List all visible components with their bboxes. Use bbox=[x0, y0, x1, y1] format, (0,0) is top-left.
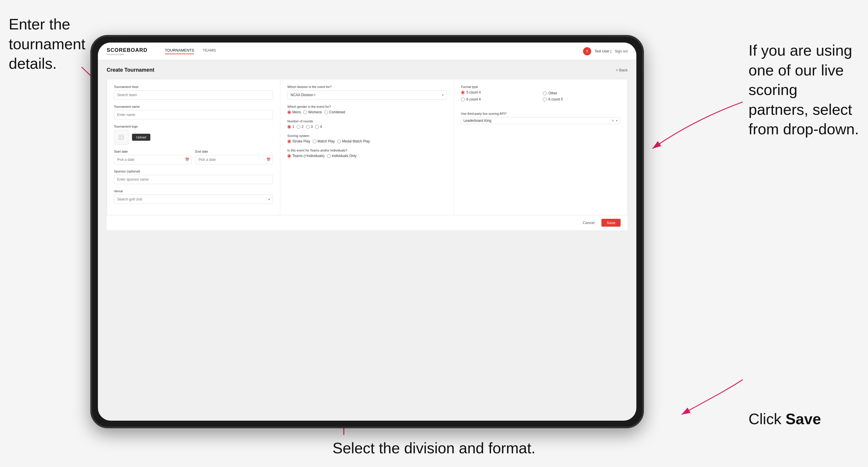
app-container: SCOREBOARD Powered by Clippit TOURNAMENT… bbox=[98, 42, 637, 421]
format-5count4[interactable]: 5 count 4 bbox=[461, 90, 538, 94]
nav-tab-tournaments[interactable]: TOURNAMENTS bbox=[165, 48, 194, 54]
scoring-stroke-radio[interactable] bbox=[287, 139, 291, 143]
annotation-top-right: If you are using one of our live scoring… bbox=[748, 41, 859, 139]
user-avatar: T bbox=[583, 47, 591, 55]
scoring-medal-label: Medal Match Play bbox=[342, 139, 370, 143]
scoring-match[interactable]: Match Play bbox=[313, 139, 335, 143]
teams-label: Is this event for Teams and/or Individua… bbox=[287, 149, 446, 152]
scoring-medal-radio[interactable] bbox=[337, 139, 341, 143]
rounds-3-radio[interactable] bbox=[306, 125, 310, 129]
division-select-wrapper: NCAA Division I bbox=[287, 90, 446, 100]
format-other-label: Other bbox=[548, 91, 557, 95]
tournament-logo-label: Tournament logo bbox=[114, 125, 273, 128]
tablet-device: SCOREBOARD Powered by Clippit TOURNAMENT… bbox=[90, 35, 644, 428]
rounds-2[interactable]: 2 bbox=[297, 125, 304, 129]
nav-user: T Test User | Sign out bbox=[583, 47, 628, 55]
start-date-wrapper: 📅 bbox=[114, 155, 192, 164]
start-date-input[interactable] bbox=[114, 155, 192, 164]
date-row: Start date 📅 End date bbox=[114, 150, 273, 164]
tournament-name-label: Tournament name bbox=[114, 105, 273, 108]
scoring-label: Scoring system bbox=[287, 134, 446, 137]
format-6count5-radio[interactable] bbox=[543, 98, 547, 101]
arrow-bottom-right bbox=[667, 368, 754, 421]
gender-mens[interactable]: Mens bbox=[287, 110, 301, 114]
venue-group: Venue bbox=[114, 189, 273, 204]
tournament-host-input[interactable] bbox=[114, 90, 273, 100]
gender-mens-radio[interactable] bbox=[287, 111, 291, 114]
tournament-host-label: Tournament Host bbox=[114, 85, 273, 89]
live-scoring-clear[interactable]: ✕ bbox=[612, 119, 614, 123]
nav-tab-teams[interactable]: TEAMS bbox=[203, 48, 216, 54]
rounds-2-radio[interactable] bbox=[297, 125, 301, 129]
gender-label: Which gender is the event for? bbox=[287, 105, 446, 108]
logo-placeholder bbox=[114, 130, 128, 145]
gender-group: Which gender is the event for? Mens Wome… bbox=[287, 105, 446, 114]
scoring-match-radio[interactable] bbox=[313, 139, 316, 143]
rounds-1-radio[interactable] bbox=[287, 125, 291, 129]
format-6count4-radio[interactable] bbox=[461, 98, 465, 101]
tournament-name-input[interactable] bbox=[114, 110, 273, 119]
annotation-top-left: Enter the tournament details. bbox=[9, 14, 90, 74]
sponsor-label: Sponsor (optional) bbox=[114, 169, 273, 173]
gender-womens[interactable]: Womens bbox=[303, 110, 322, 114]
live-scoring-controls: ✕ ▾ bbox=[612, 119, 618, 123]
venue-input[interactable] bbox=[114, 195, 273, 204]
user-name: Test User | bbox=[595, 49, 611, 53]
rounds-3[interactable]: 3 bbox=[306, 125, 313, 129]
page-title: Create Tournament bbox=[106, 67, 154, 73]
rounds-4[interactable]: 4 bbox=[315, 125, 322, 129]
logo-sub: Powered by Clippit bbox=[106, 53, 148, 55]
sign-out-link[interactable]: Sign out bbox=[615, 49, 628, 53]
sponsor-input[interactable] bbox=[114, 175, 273, 184]
gender-combined[interactable]: Combined bbox=[324, 110, 345, 114]
teams-individuals-radio[interactable] bbox=[327, 154, 331, 158]
nav-tabs: TOURNAMENTS TEAMS bbox=[165, 48, 571, 54]
live-scoring-input[interactable]: Leaderboard King ✕ ▾ bbox=[461, 117, 620, 124]
gender-womens-radio[interactable] bbox=[303, 111, 307, 114]
gender-combined-radio[interactable] bbox=[324, 111, 328, 114]
upload-button[interactable]: Upload bbox=[132, 134, 150, 141]
rounds-label: Number of rounds bbox=[287, 119, 446, 123]
cancel-button[interactable]: Cancel bbox=[579, 219, 598, 227]
teams-individuals-label: Individuals Only bbox=[332, 154, 356, 158]
division-label: Which division is the event for? bbox=[287, 85, 446, 89]
rounds-2-label: 2 bbox=[302, 125, 304, 129]
tournament-logo-group: Tournament logo Upload bbox=[114, 125, 273, 145]
rounds-3-label: 3 bbox=[311, 125, 313, 129]
teams-teams-radio[interactable] bbox=[287, 154, 291, 158]
rounds-4-radio[interactable] bbox=[315, 125, 319, 129]
live-scoring-label: Use third-party live scoring API? bbox=[461, 112, 620, 115]
calendar-icon-end: 📅 bbox=[266, 158, 271, 162]
back-link[interactable]: < Back bbox=[616, 68, 628, 72]
rounds-1[interactable]: 1 bbox=[287, 125, 294, 129]
live-scoring-dropdown[interactable]: ▾ bbox=[616, 119, 618, 123]
format-other-radio[interactable] bbox=[543, 91, 547, 95]
format-other[interactable]: Other bbox=[543, 90, 620, 96]
division-select[interactable]: NCAA Division I bbox=[287, 90, 446, 100]
live-scoring-group: Use third-party live scoring API? Leader… bbox=[461, 112, 620, 124]
annotation-click-prefix: Click bbox=[748, 410, 785, 427]
top-nav: SCOREBOARD Powered by Clippit TOURNAMENT… bbox=[98, 42, 637, 60]
gender-mens-label: Mens bbox=[292, 110, 301, 114]
teams-teams[interactable]: Teams (+Individuals) bbox=[287, 154, 324, 158]
scoring-stroke[interactable]: Stroke Play bbox=[287, 139, 310, 143]
format-5count4-radio[interactable] bbox=[461, 91, 465, 94]
logo-main: SCOREBOARD bbox=[106, 47, 148, 53]
format-6count5[interactable]: 6 count 5 bbox=[543, 97, 620, 101]
venue-select-wrapper bbox=[114, 195, 273, 204]
teams-teams-label: Teams (+Individuals) bbox=[292, 154, 324, 158]
save-button[interactable]: Save bbox=[601, 219, 621, 227]
format-6count4[interactable]: 6 count 4 bbox=[461, 97, 538, 101]
arrow-top-right bbox=[638, 90, 754, 154]
teams-individuals[interactable]: Individuals Only bbox=[327, 154, 356, 158]
live-scoring-value: Leaderboard King bbox=[464, 119, 491, 123]
division-group: Which division is the event for? NCAA Di… bbox=[287, 85, 446, 100]
end-date-input[interactable] bbox=[195, 155, 273, 164]
start-date-label: Start date bbox=[114, 150, 192, 153]
annotation-bottom-right: Click Save bbox=[748, 409, 859, 429]
scoring-medal[interactable]: Medal Match Play bbox=[337, 139, 370, 143]
main-content: Create Tournament < Back Tournament Host… bbox=[98, 60, 637, 421]
form-footer: Cancel Save bbox=[106, 215, 628, 230]
form-col-3: Format type 5 count 4 Other bbox=[454, 79, 627, 215]
format-6count4-label: 6 count 4 bbox=[466, 97, 481, 101]
